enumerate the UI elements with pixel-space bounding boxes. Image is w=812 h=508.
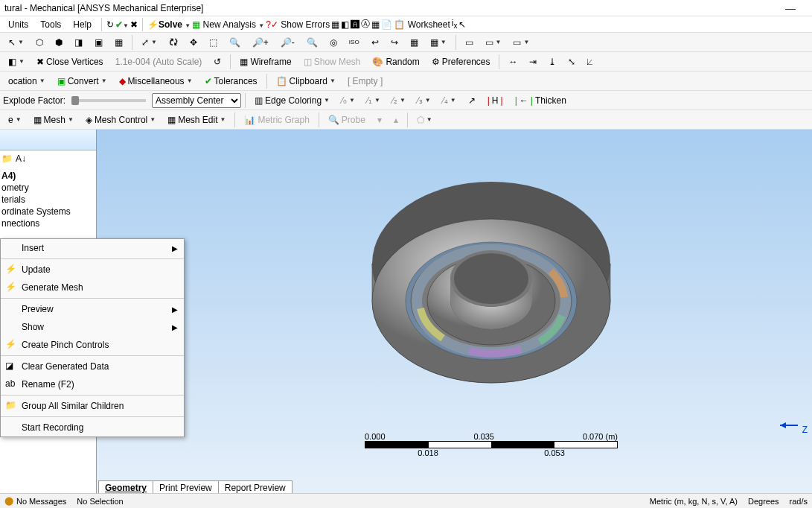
explode-toolbar: Explode Factor: Assembly Center ▥ Edge C… [0,91,812,110]
edge-coloring-button[interactable]: ▥ Edge Coloring ▼ [249,93,335,108]
sort-icon[interactable]: A↓ [16,153,26,164]
ctx-clear[interactable]: ◪Clear Generated Data [1,358,184,375]
filter-node-icon[interactable]: ▦ [109,35,128,50]
look-at-icon[interactable]: ◎ [325,35,342,50]
edge-0-icon[interactable]: ⁄₀ ▼ [336,93,360,108]
tools-toolbar: ocation ▼ ▣ Convert ▼ ◆ Miscellaneous ▼ … [0,72,812,91]
refresh-icon[interactable]: ↻ [106,19,114,30]
edge-4-icon[interactable]: ⁄₄ ▼ [438,93,461,108]
wireframe-button[interactable]: ▦ Wireframe [234,54,296,69]
minimize-button[interactable]: — [773,2,808,14]
size-icon[interactable]: ↔ [503,54,522,69]
edge-3-icon[interactable]: ⁄₃ ▼ [412,93,436,108]
probe-button: 🔍 Probe [323,112,371,127]
ctx-preview[interactable]: Preview▶ [1,300,184,318]
status-messages-icon[interactable]: ⬤ [4,496,13,506]
zoom-out-icon[interactable]: 🔎- [275,35,300,50]
tree-item-connections[interactable]: nnections [1,218,95,229]
filter-edge-icon[interactable]: ⬢ [50,35,68,50]
show-errors-button[interactable]: ?✓ Show Errors [266,19,330,30]
explode-icon[interactable]: ▭▼ [508,35,534,50]
reset-icon[interactable]: ↺ [208,54,226,69]
zoom-fit-icon[interactable]: 🔍 [224,35,246,50]
section-icon[interactable]: ▭ [460,35,479,50]
toolbar-icon-4[interactable]: Ⓐ [361,18,370,31]
h-thick-icon[interactable]: |H| [482,93,508,108]
edge-1-icon[interactable]: ⁄₁ ▼ [362,93,386,108]
check-icon[interactable]: ✔▼ [115,19,129,30]
clipboard-button[interactable]: 📋 Clipboard ▼ [271,74,341,89]
pan-icon[interactable]: ✥ [185,35,202,50]
zoom-box-icon[interactable]: ⬚ [204,35,223,50]
auto-scale-label[interactable]: 1.1e-004 (Auto Scale) [110,54,208,69]
ctx-pinch[interactable]: ⚡Create Pinch Controls [1,336,184,354]
solve-button[interactable]: ⚡Solve ▼ [147,19,191,30]
tree-item-coordsys[interactable]: ordinate Systems [1,206,95,218]
explode-slider[interactable] [71,99,146,102]
ctx-group[interactable]: 📁Group All Similar Children [1,397,184,415]
menu-units[interactable]: Units [3,18,33,31]
filter-face-icon[interactable]: ◨ [69,35,88,50]
location-button[interactable]: ocation ▼ [3,74,51,89]
cursor-icon[interactable]: ↖ [458,19,466,30]
thicken-button[interactable]: |←| Thicken [510,93,572,108]
info-icon[interactable]: ix [452,18,458,30]
folder-icon[interactable]: 📁 [1,153,13,164]
iso-icon[interactable]: ISO [344,36,365,48]
next-view-icon[interactable]: ↪ [386,35,403,50]
toolbar-icon-2[interactable]: ◧ [341,19,349,30]
miscellaneous-button[interactable]: ◆ Miscellaneous ▼ [114,74,198,89]
ctx-update[interactable]: ⚡Update [1,261,184,279]
h-icon[interactable]: ⇥ [524,54,542,69]
ctx-rename[interactable]: abRename (F2) [1,375,184,393]
status-bar: ⬤ No Messages No Selection Metric (m, kg… [0,493,812,508]
show-mesh-button[interactable]: ◫ Show Mesh [298,54,366,69]
menu-help[interactable]: Help [68,18,97,31]
toggle-icon[interactable]: ◧▼ [3,54,30,69]
ctx-start-recording[interactable]: Start Recording [1,419,184,436]
filter-body-icon[interactable]: ▣ [89,35,108,50]
v-icon[interactable]: ⤓ [543,54,561,69]
menu-tools[interactable]: Tools [35,18,66,31]
select-icon[interactable]: ↖▼ [3,35,29,50]
rotate-icon[interactable]: 🗘 [164,35,183,50]
status-messages[interactable]: No Messages [16,497,66,506]
tree-item-geometry[interactable]: ometry [1,182,95,194]
viewport-3d[interactable]: 0.0000.0350.070 (m) 0.0180.053 Z Geometr… [97,130,812,495]
a-icon[interactable]: ⟀ [582,54,598,69]
ctx-insert[interactable]: Insert▶ [1,239,184,257]
worksheet-button[interactable]: 📋 Worksheet [394,19,450,30]
toolbar-icon-5[interactable]: ▦ [371,19,380,30]
ctx-generate-mesh[interactable]: ⚡Generate Mesh [1,279,184,296]
edge-2-icon[interactable]: ⁄₂ ▼ [387,93,411,108]
zoom-in-icon[interactable]: 🔎+ [247,35,274,50]
preferences-button[interactable]: ⚙ Preferences [426,54,496,69]
assembly-center-select[interactable]: Assembly Center [152,93,241,108]
tree-item-materials[interactable]: terials [1,194,95,206]
ctx-show[interactable]: Show▶ [1,318,184,336]
view-cube-icon[interactable]: ▦ [405,35,423,50]
mesh-e-button[interactable]: e ▼ [3,112,27,127]
mesh-control-button[interactable]: ◈ Mesh Control ▼ [80,112,161,127]
convert-button[interactable]: ▣ Convert ▼ [52,74,112,89]
toolbar-icon-6[interactable]: 📄 [381,19,392,30]
extend-icon[interactable]: ⤢▼ [136,35,162,50]
close-vertices-button[interactable]: ✖ Close Vertices [31,54,109,69]
toolbar-icon-3[interactable]: 🅰 [351,19,359,30]
display-toolbar: ◧▼ ✖ Close Vertices 1.1e-004 (Auto Scale… [0,52,812,72]
delete-icon[interactable]: ✖ [130,19,138,30]
prev-view-icon[interactable]: ↩ [366,35,384,50]
random-button[interactable]: 🎨 Random [367,54,424,69]
section-dd-icon[interactable]: ▭▼ [480,35,507,50]
toolbar-icon-1[interactable]: ▦ [331,19,339,30]
mesh-edit-button[interactable]: ▦ Mesh Edit ▼ [162,112,231,127]
magnify-icon[interactable]: 🔍 [301,35,323,50]
tree-item-a4[interactable]: A4) [1,170,95,182]
new-analysis-button[interactable]: ▦ New Analysis ▼ [192,19,264,30]
d-icon[interactable]: ⤡ [563,54,581,69]
tolerances-button[interactable]: ✔ Tolerances [199,74,263,89]
filter-vertex-icon[interactable]: ⬡ [31,35,48,50]
mesh-button[interactable]: ▦ Mesh ▼ [28,112,79,127]
arrow-icon[interactable]: ↗ [463,93,481,108]
view-manage-icon[interactable]: ▦▼ [425,35,452,50]
